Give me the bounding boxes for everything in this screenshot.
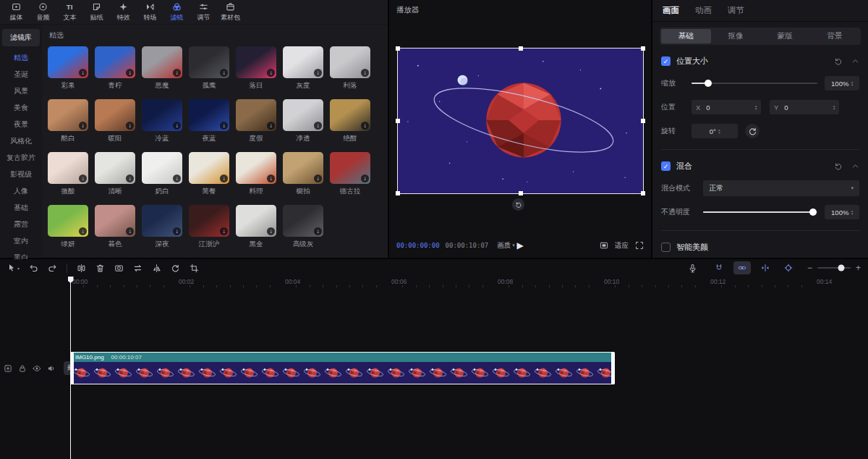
selection-handle[interactable]: [396, 46, 400, 51]
scale-slider[interactable]: [692, 83, 817, 84]
magnet-snap-button[interactable]: [710, 261, 728, 274]
toolbar-item-sticker[interactable]: 贴纸: [83, 2, 110, 22]
opacity-slider[interactable]: [703, 211, 817, 213]
select-tool-button[interactable]: ▾: [7, 264, 20, 272]
reset-icon[interactable]: [834, 162, 843, 171]
selection-handle[interactable]: [641, 46, 645, 51]
position-y-input[interactable]: Y 0 ▴▾: [770, 100, 839, 114]
filter-category-item[interactable]: 风格化: [0, 132, 42, 149]
inspector-tab-画面[interactable]: 画面: [663, 5, 679, 16]
filter-category-item[interactable]: 基础: [0, 199, 42, 216]
position-size-checkbox[interactable]: ✓: [661, 56, 671, 66]
filter-category-item[interactable]: 精选: [0, 49, 42, 66]
filter-item[interactable]: ↓料理: [236, 152, 276, 196]
filter-item[interactable]: ↓度假: [236, 99, 276, 143]
filter-item[interactable]: ↓冷蓝: [142, 99, 182, 143]
filter-item[interactable]: ↓暮色: [95, 205, 135, 249]
filter-library-root[interactable]: 滤镜库: [2, 29, 40, 46]
mute-track-icon[interactable]: [47, 364, 56, 373]
zoom-out-button[interactable]: −: [807, 263, 812, 273]
link-tracks-button[interactable]: [733, 261, 751, 274]
toolbar-item-audio[interactable]: 音频: [30, 2, 56, 22]
inspector-subtab-背景[interactable]: 背景: [810, 29, 860, 43]
filter-item[interactable]: ↓酷白: [48, 99, 88, 143]
filter-item[interactable]: ↓暖阳: [95, 99, 135, 143]
mirror-button[interactable]: [152, 264, 161, 273]
filter-item[interactable]: ↓绿妍: [48, 205, 88, 249]
filter-category-item[interactable]: 影视级: [0, 166, 42, 182]
delete-button[interactable]: [95, 264, 105, 273]
filter-category-item[interactable]: 美食: [0, 99, 42, 116]
inspector-subtab-基础[interactable]: 基础: [661, 29, 711, 43]
beauty-checkbox[interactable]: [661, 243, 671, 252]
split-button[interactable]: [77, 264, 86, 273]
play-button[interactable]: ▶: [516, 240, 523, 250]
undo-button[interactable]: [29, 264, 38, 273]
quality-dropdown[interactable]: 画质 ▾: [497, 241, 515, 250]
collapse-icon[interactable]: [851, 57, 859, 65]
rotate-button[interactable]: [171, 264, 180, 273]
toolbar-item-filter[interactable]: 滤镜: [163, 2, 190, 22]
filter-category-item[interactable]: 室内: [0, 232, 42, 249]
rotate-selection-handle[interactable]: [512, 198, 524, 211]
toolbar-item-pack[interactable]: 素材包: [217, 2, 244, 22]
toolbar-item-adjust[interactable]: 调节: [190, 2, 217, 22]
filter-item[interactable]: ↓彩果: [48, 46, 88, 90]
reverse-button[interactable]: [133, 264, 142, 273]
filter-item[interactable]: ↓微酸: [48, 152, 88, 196]
clip-trim-handle-right[interactable]: [611, 352, 615, 384]
timeline-ruler[interactable]: 00:0000:0200:0400:0600:0800:1000:1200:14: [0, 277, 868, 288]
filter-category-item[interactable]: 复古胶片: [0, 149, 42, 166]
hide-track-icon[interactable]: [33, 364, 41, 373]
toolbar-item-effects[interactable]: 特效: [110, 2, 137, 22]
inspector-tab-调节[interactable]: 调节: [728, 5, 744, 16]
inspector-subtab-蒙版[interactable]: 蒙版: [760, 29, 810, 43]
fit-button[interactable]: 适应: [615, 241, 629, 250]
zoom-in-button[interactable]: +: [856, 263, 861, 273]
position-x-input[interactable]: X 0 ▴▾: [692, 100, 761, 114]
inspector-subtab-抠像[interactable]: 抠像: [711, 29, 761, 43]
timeline-clip[interactable]: IMG10.png 00:00:10:07: [70, 352, 615, 384]
toolbar-item-text[interactable]: TI文本: [56, 2, 83, 22]
filter-item[interactable]: ↓清晰: [95, 152, 135, 196]
filter-category-item[interactable]: 露营: [0, 216, 42, 232]
preview-axis-button[interactable]: [757, 261, 774, 274]
lock-track-icon[interactable]: [18, 364, 27, 373]
filter-item[interactable]: ↓净透: [283, 99, 323, 143]
filter-item[interactable]: ↓孤鹰: [189, 46, 229, 90]
filter-item[interactable]: ↓利落: [330, 46, 370, 90]
video-preview[interactable]: [397, 48, 644, 194]
redo-button[interactable]: [48, 264, 57, 273]
filter-item[interactable]: ↓深夜: [142, 205, 182, 249]
filter-item[interactable]: ↓青柠: [95, 46, 135, 90]
selection-handle[interactable]: [519, 46, 523, 51]
blend-mode-dropdown[interactable]: 正常 ▾: [703, 180, 859, 196]
rotate-value-input[interactable]: 0°▴▾: [692, 124, 738, 138]
filter-item[interactable]: ↓江浙沪: [189, 205, 229, 249]
inspector-tab-动画[interactable]: 动画: [695, 5, 712, 16]
scale-mode-icon[interactable]: [600, 241, 608, 250]
rotate-90-button[interactable]: [745, 124, 760, 138]
selection-handle[interactable]: [641, 119, 645, 123]
filter-item[interactable]: ↓落日: [236, 46, 276, 90]
reset-icon[interactable]: [834, 57, 843, 66]
filter-item[interactable]: ↓简餐: [189, 152, 229, 196]
playhead[interactable]: [70, 277, 71, 459]
track-options-icon[interactable]: [4, 364, 12, 373]
collapse-icon[interactable]: [851, 162, 859, 170]
filter-item[interactable]: ↓高级灰: [283, 205, 323, 249]
filter-item[interactable]: ↓绝酣: [330, 99, 370, 143]
fullscreen-icon[interactable]: [635, 241, 644, 250]
selection-handle[interactable]: [396, 191, 400, 195]
scale-value-input[interactable]: 100%▴▾: [825, 76, 859, 90]
selection-handle[interactable]: [396, 119, 400, 123]
filter-item[interactable]: ↓灰度: [283, 46, 323, 90]
selection-handle[interactable]: [519, 191, 523, 195]
selection-handle[interactable]: [641, 191, 645, 195]
filter-category-item[interactable]: 人像: [0, 182, 42, 199]
filter-item[interactable]: ↓黑金: [236, 205, 276, 249]
opacity-value-input[interactable]: 100%▴▾: [825, 205, 859, 219]
filter-category-item[interactable]: 风景: [0, 83, 42, 99]
freeze-frame-button[interactable]: [114, 264, 124, 273]
toolbar-item-media[interactable]: 媒体: [3, 2, 30, 22]
